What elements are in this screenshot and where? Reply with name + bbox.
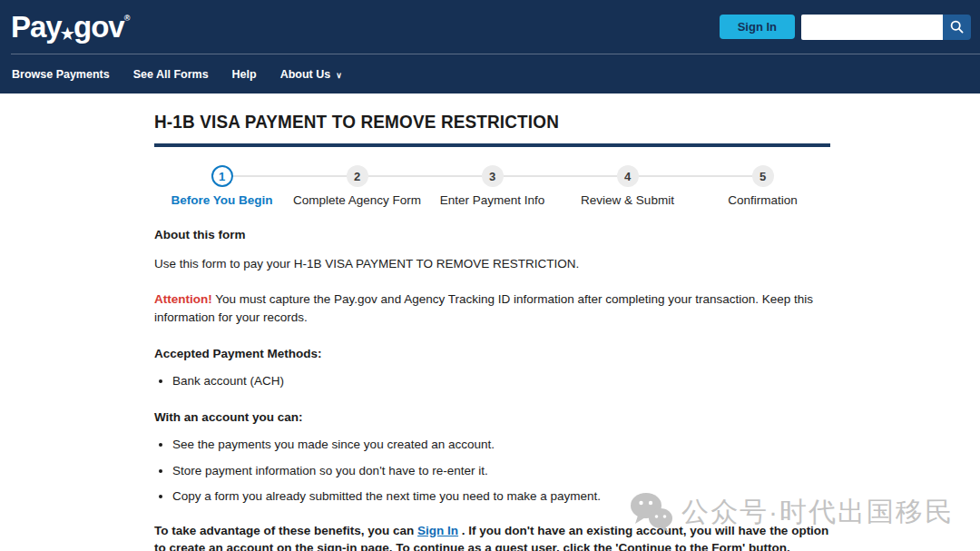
list-item: See the payments you made since you crea…	[172, 436, 830, 454]
star-icon: ★	[61, 25, 74, 43]
step-review-submit: 4 Review & Submit	[560, 165, 695, 207]
attention-text: You must capture the Pay.gov and Agency …	[154, 292, 813, 324]
page-title: H-1B VISA PAYMENT TO REMOVE RESTRICTION	[154, 111, 763, 133]
attention-paragraph: Attention! You must capture the Pay.gov …	[154, 290, 826, 326]
form-intro-content: About this form Use this form to pay you…	[154, 226, 830, 551]
sign-in-button[interactable]: Sign In	[720, 15, 795, 39]
nav-about-us[interactable]: About Us∨	[280, 68, 342, 81]
list-item: Copy a form you already submitted the ne…	[172, 487, 830, 506]
nav-see-all-forms[interactable]: See All Forms	[133, 68, 209, 81]
step-circle: 5	[752, 165, 774, 187]
step-label: Enter Payment Info	[425, 193, 560, 207]
nav-help-label: Help	[232, 68, 257, 81]
header-actions: Sign In	[720, 15, 971, 40]
nav-browse-payments-label: Browse Payments	[12, 68, 110, 81]
search-box	[801, 15, 971, 40]
logo-text-pay: Pay	[11, 10, 62, 44]
nav-help[interactable]: Help	[232, 68, 257, 81]
list-item: Store payment information so you don't h…	[172, 462, 830, 480]
step-label: Complete Agency Form	[289, 193, 425, 207]
paygov-page: Pay★gov® Sign In Browse Payments See All…	[0, 0, 980, 551]
main-content: H-1B VISA PAYMENT TO REMOVE RESTRICTION …	[154, 111, 830, 551]
main-nav: Browse Payments See All Forms Help About…	[0, 54, 980, 93]
step-confirmation: 5 Confirmation	[695, 165, 830, 207]
about-this-form-text: Use this form to pay your H-1B VISA PAYM…	[154, 255, 830, 273]
search-button[interactable]	[943, 15, 971, 40]
logo-text-gov: gov	[74, 10, 124, 44]
benefits-paragraph: To take advantage of these benefits, you…	[154, 522, 830, 551]
about-this-form-heading: About this form	[154, 226, 830, 244]
site-header: Pay★gov® Sign In Browse Payments See All…	[0, 0, 980, 93]
step-complete-agency-form: 2 Complete Agency Form	[289, 165, 425, 207]
header-top: Pay★gov® Sign In	[0, 0, 980, 54]
search-icon	[950, 20, 964, 34]
with-account-heading: With an account you can:	[154, 408, 830, 427]
registered-mark: ®	[124, 14, 131, 23]
payment-methods-list: Bank account (ACH)	[158, 372, 830, 390]
search-input[interactable]	[801, 15, 943, 40]
account-benefits-list: See the payments you made since you crea…	[158, 436, 830, 506]
step-label: Before You Begin	[154, 193, 289, 207]
step-before-you-begin: 1 Before You Begin	[154, 165, 289, 207]
title-rule	[154, 143, 830, 147]
step-circle: 3	[482, 165, 504, 187]
step-circle: 4	[617, 165, 639, 187]
paygov-logo[interactable]: Pay★gov®	[11, 10, 130, 44]
step-enter-payment-info: 3 Enter Payment Info	[425, 165, 560, 207]
step-circle: 2	[347, 165, 368, 187]
nav-see-all-forms-label: See All Forms	[133, 68, 209, 81]
list-item: Bank account (ACH)	[172, 372, 830, 390]
step-circle: 1	[211, 165, 233, 187]
nav-browse-payments[interactable]: Browse Payments	[12, 68, 110, 81]
step-tracker: 1 Before You Begin 2 Complete Agency For…	[154, 165, 830, 207]
attention-label: Attention!	[154, 292, 212, 306]
chevron-down-icon: ∨	[336, 71, 342, 80]
benefits-text-part1: To take advantage of these benefits, you…	[154, 524, 414, 537]
sign-in-link[interactable]: Sign In	[417, 524, 458, 537]
step-label: Review & Submit	[560, 193, 695, 207]
accepted-payment-methods-heading: Accepted Payment Methods:	[154, 345, 830, 363]
step-label: Confirmation	[695, 193, 830, 207]
nav-about-us-label: About Us	[280, 68, 331, 81]
